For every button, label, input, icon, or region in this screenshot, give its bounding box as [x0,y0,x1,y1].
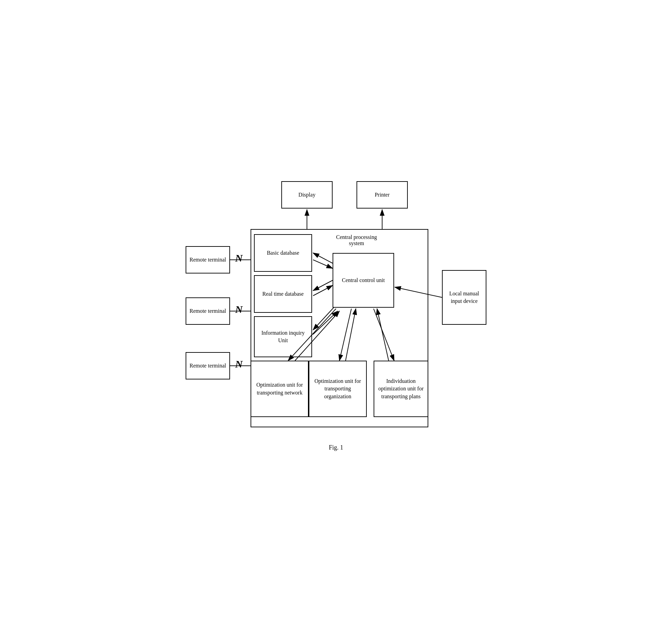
opt-network-label: Optimization unit for transporting netwo… [254,381,305,397]
info-inquiry-box: Information inquiry Unit [254,316,312,357]
central-control-box: Central control unit [333,253,394,308]
remote-terminal-1: Remote terminal [186,246,230,273]
opt-network-box: Optimization unit for transporting netwo… [251,361,309,417]
info-inquiry-label: Information inquiry Unit [257,329,309,345]
printer-label: Printer [375,191,390,199]
individuation-label: Individuation optimization unit for tran… [377,377,425,400]
local-manual-box: Local manual input device [442,270,486,325]
local-manual-label: Local manual input device [445,290,483,305]
fig-label: Fig. 1 [329,444,343,451]
remote-terminal-3: Remote terminal [186,352,230,379]
basic-db-label: Basic database [267,249,299,257]
central-system-label: Central processing system [329,234,384,246]
remote3-label: Remote terminal [189,362,226,370]
remote-terminal-2: Remote terminal [186,297,230,325]
display-box: Display [281,181,333,209]
basic-db-box: Basic database [254,234,312,272]
n-symbol-2: N [235,304,243,315]
realtime-db-label: Real time database [263,290,304,298]
printer-box: Printer [357,181,408,209]
n-symbol-3: N [235,358,243,370]
n-symbol-1: N [235,252,243,264]
realtime-db-box: Real time database [254,275,312,313]
remote2-label: Remote terminal [189,307,226,315]
remote1-label: Remote terminal [189,256,226,264]
opt-organization-label: Optimization unit for transporting organ… [312,377,363,400]
diagram: Display Printer Central processing syste… [182,174,490,455]
opt-organization-box: Optimization unit for transporting organ… [309,361,367,417]
central-control-label: Central control unit [342,277,385,284]
individuation-box: Individuation optimization unit for tran… [374,361,428,417]
display-label: Display [298,191,315,199]
